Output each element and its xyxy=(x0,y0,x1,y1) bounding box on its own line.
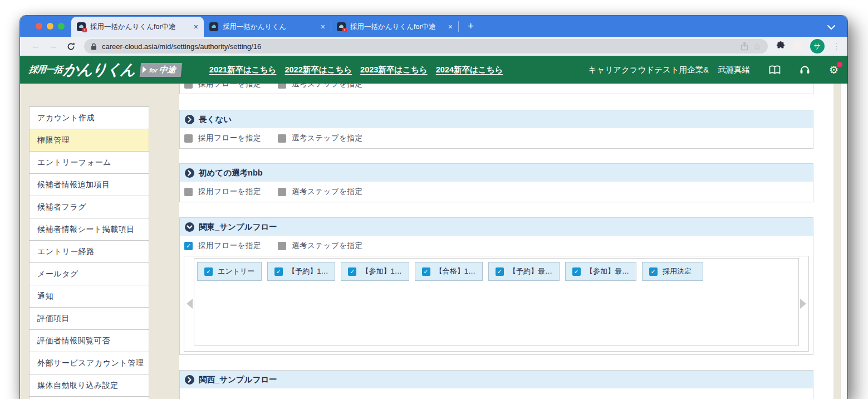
selection-step-checkbox[interactable] xyxy=(278,84,286,89)
tab-2[interactable]: 採用一括かんりくん × xyxy=(204,17,331,37)
logo-for-chuto-badge: for中途 xyxy=(140,63,182,77)
settings-sidebar: アカウント作成 権限管理 エントリーフォーム 候補者情報追加項目 候補者フラグ … xyxy=(29,106,149,399)
step-checkbox[interactable] xyxy=(422,267,430,276)
profile-avatar[interactable]: サ xyxy=(810,39,825,53)
checkbox-row: 採用フローを指定 選考ステップを指定 xyxy=(180,128,813,148)
section-title: 長くない xyxy=(199,114,232,125)
chevron-right-circle-icon[interactable] xyxy=(185,168,194,178)
selection-step-label: 選考ステップを指定 xyxy=(292,241,363,251)
minimize-window-button[interactable] xyxy=(47,23,53,30)
selection-step-checkbox[interactable] xyxy=(278,134,286,143)
nav-link-2022[interactable]: 2022新卒はこちら xyxy=(285,65,352,75)
sidebar-item-entry-route[interactable]: エントリー経路 xyxy=(30,241,149,263)
lock-icon xyxy=(91,43,97,50)
chevron-down-circle-icon[interactable] xyxy=(185,222,194,232)
flow-step-sanka-final[interactable]: 【参加】最… xyxy=(565,262,636,281)
sidebar-item-notification[interactable]: 通知 xyxy=(30,285,149,308)
sidebar-item-candidate-sheet[interactable]: 候補者情報シート掲載項目 xyxy=(30,218,149,241)
chevron-right-circle-icon[interactable] xyxy=(185,115,194,124)
nav-link-2023[interactable]: 2023新卒はこちら xyxy=(360,65,428,75)
forward-icon[interactable]: → xyxy=(45,41,62,51)
sidebar-item-evaluator-visibility[interactable]: 評価者情報閲覧可否 xyxy=(30,330,149,352)
alert-badge-icon: ! xyxy=(82,28,87,32)
close-icon[interactable]: × xyxy=(194,22,198,31)
flow-section-hajimete-nbb: 初めての選考nbb 採用フローを指定 選考ステップを指定 xyxy=(179,163,813,202)
adoption-flow-checkbox[interactable] xyxy=(184,84,193,89)
flow-step-yoyaku-1[interactable]: 【予約】1… xyxy=(267,262,335,281)
app-favicon-icon xyxy=(209,22,218,31)
sidebar-item-media-import[interactable]: 媒体自動取り込み設定 xyxy=(30,374,149,397)
section-title: 関東_サンプルフロー xyxy=(199,222,277,232)
share-icon[interactable] xyxy=(741,42,748,51)
extensions-puzzle-icon[interactable] xyxy=(776,41,786,51)
site-header: 採用一括 かんりくん for中途 2021新卒はこちら 2022新卒はこちら 2… xyxy=(20,56,847,84)
browser-window: ! 採用一括かんりくんfor中途 × 採用一括かんりくん × ! 採用一括かんり… xyxy=(20,16,847,399)
flow-scroll-right-icon[interactable] xyxy=(800,299,806,309)
sidebar-item-candidate-extra[interactable]: 候補者情報追加項目 xyxy=(30,174,149,196)
selection-step-label: 選考ステップを指定 xyxy=(292,187,363,197)
chevron-down-icon[interactable] xyxy=(827,22,835,32)
flow-section-nagakunai: 長くない 採用フローを指定 選考ステップを指定 xyxy=(179,110,813,149)
close-window-button[interactable] xyxy=(36,23,42,30)
browser-menu-icon[interactable]: ⋮ xyxy=(832,41,841,51)
step-checkbox[interactable] xyxy=(496,267,504,276)
reload-icon[interactable] xyxy=(62,42,80,51)
zoom-window-button[interactable] xyxy=(58,23,65,30)
sidebar-item-candidate-flag[interactable]: 候補者フラグ xyxy=(30,196,149,218)
alert-badge-icon: ! xyxy=(342,28,347,32)
authority-settings-main: 採用フローを指定 選考ステップを指定 長くない xyxy=(179,84,833,399)
sidebar-item-account-create[interactable]: アカウント作成 xyxy=(30,107,149,129)
tab-separator xyxy=(458,21,459,32)
section-header[interactable]: 関東_サンプルフロー xyxy=(180,218,813,236)
traffic-lights xyxy=(36,23,65,30)
step-checkbox[interactable] xyxy=(204,267,213,276)
step-checkbox[interactable] xyxy=(572,267,581,276)
selection-step-checkbox[interactable] xyxy=(278,242,286,250)
section-header[interactable]: 長くない xyxy=(180,110,813,128)
sidebar-item-entry-form[interactable]: エントリーフォーム xyxy=(30,152,149,174)
page-scrollbar[interactable] xyxy=(840,84,847,399)
tab-1[interactable]: ! 採用一括かんりくんfor中途 × xyxy=(71,17,204,37)
flow-step-sanka-1[interactable]: 【参加】1… xyxy=(341,262,409,281)
sidebar-item-external-account[interactable]: 外部サービスアカウント管理 xyxy=(30,352,149,374)
step-checkbox[interactable] xyxy=(348,267,356,276)
sidebar-item-authority[interactable]: 権限管理 xyxy=(30,129,149,152)
flow-section-kansai-sample: 関西_サンプルフロー 採用フローを指定 選考ステップを指定 xyxy=(179,370,813,399)
app-logo[interactable]: 採用一括 かんりくん for中途 xyxy=(28,60,183,80)
flow-step-yoyaku-final[interactable]: 【予約】最… xyxy=(488,262,560,281)
adoption-flow-checkbox[interactable] xyxy=(184,134,193,143)
selection-step-label: 選考ステップを指定 xyxy=(292,84,363,89)
back-icon[interactable]: ← xyxy=(27,41,45,51)
flow-scroll-left-icon[interactable] xyxy=(187,299,193,309)
close-icon[interactable]: × xyxy=(448,22,453,31)
checkbox-row: 採用フローを指定 選考ステップを指定 xyxy=(180,394,813,399)
address-bar[interactable]: career-cloud.asia/mid/settings/authority… xyxy=(84,39,768,53)
support-headset-icon[interactable] xyxy=(800,65,810,75)
section-header[interactable]: 初めての選考nbb xyxy=(180,164,813,182)
adoption-flow-checkbox[interactable] xyxy=(184,188,193,196)
flow-step-entry[interactable]: エントリー xyxy=(197,262,262,281)
nav-link-2021[interactable]: 2021新卒はこちら xyxy=(209,65,277,75)
nav-link-2024[interactable]: 2024新卒はこちら xyxy=(436,65,503,75)
step-checkbox[interactable] xyxy=(649,267,658,276)
flow-step-saiyou-kettei[interactable]: 採用決定 xyxy=(642,262,703,281)
close-icon[interactable]: × xyxy=(321,22,325,31)
sidebar-item-mail-tag[interactable]: メールタグ xyxy=(30,263,149,285)
manual-book-icon[interactable] xyxy=(769,65,781,75)
user-name[interactable]: 武淵真緒 xyxy=(718,65,750,75)
settings-gear-icon[interactable]: ⚙ xyxy=(829,65,838,75)
bookmark-star-icon[interactable]: ☆ xyxy=(753,41,761,52)
chevron-right-circle-icon[interactable] xyxy=(185,375,194,385)
section-header[interactable]: 関西_サンプルフロー xyxy=(180,371,813,388)
tab-3[interactable]: ! 採用一括かんりくんfor中途 × xyxy=(331,17,458,37)
company-name: キャリアクラウドテスト用企業& xyxy=(589,65,709,75)
sidebar-item-evaluation[interactable]: 評価項目 xyxy=(30,308,149,330)
flow-step-goukaku-1[interactable]: 【合格】1… xyxy=(415,262,483,281)
new-tab-button[interactable]: + xyxy=(468,20,474,32)
adoption-flow-checkbox[interactable] xyxy=(184,242,193,250)
step-checkbox[interactable] xyxy=(274,267,283,276)
selection-step-checkbox[interactable] xyxy=(278,188,286,196)
adoption-flow-label: 採用フローを指定 xyxy=(198,84,261,89)
side-panel-icon[interactable] xyxy=(793,42,802,51)
app-favicon-icon: ! xyxy=(337,22,346,31)
